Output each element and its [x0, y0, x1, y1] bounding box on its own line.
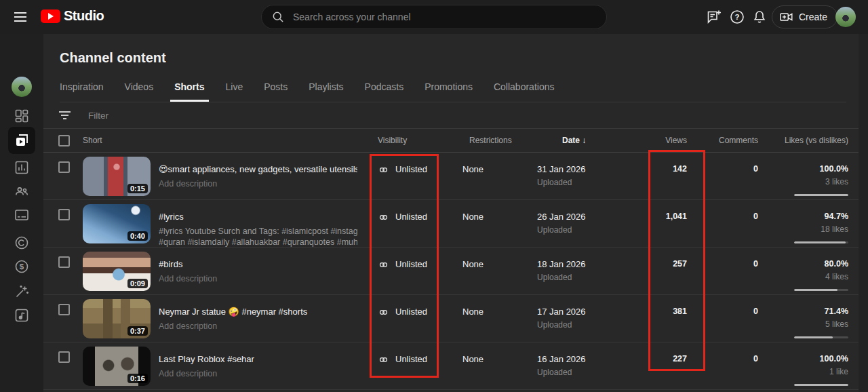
select-all-checkbox[interactable] [58, 135, 70, 146]
comments-cell: 0 [687, 295, 758, 342]
likes-ratio-bar [794, 241, 848, 243]
tab-playlists[interactable]: Playlists [309, 81, 343, 102]
header-short[interactable]: Short [83, 129, 151, 152]
likes-ratio-bar [794, 289, 848, 291]
video-description[interactable]: Add description [159, 321, 357, 332]
video-thumbnail[interactable]: 0:09 [83, 252, 151, 291]
duration-badge: 0:15 [127, 184, 148, 193]
table-row[interactable]: 0:16 Last Play Roblox #seharAdd descript… [43, 342, 859, 390]
subtitles-icon[interactable] [14, 207, 30, 223]
header-views[interactable]: Views [622, 129, 687, 152]
copyright-icon[interactable] [14, 235, 30, 251]
row-checkbox[interactable] [58, 304, 70, 315]
svg-text:$: $ [20, 262, 24, 271]
views-cell: 381 [622, 295, 687, 342]
header-comments[interactable]: Comments [687, 129, 758, 152]
video-thumbnail[interactable]: 0:16 [83, 347, 151, 386]
tab-collaborations[interactable]: Collaborations [494, 81, 555, 102]
likes-ratio-bar [794, 194, 848, 196]
audio-library-icon[interactable] [14, 307, 30, 324]
restrictions-cell: None [461, 248, 537, 294]
earn-icon[interactable]: $ [14, 258, 30, 275]
comments-cell: 0 [687, 248, 758, 294]
restrictions-cell: None [461, 153, 537, 199]
tab-podcasts[interactable]: Podcasts [365, 81, 404, 102]
row-checkbox[interactable] [58, 351, 70, 363]
views-cell: 257 [622, 248, 687, 294]
video-title[interactable]: #lyrics [159, 212, 357, 222]
likes-cell: 100.0%3 likes [758, 153, 848, 199]
table-row[interactable]: 0:15 😍smart appliances, new gadgets, ver… [43, 153, 859, 200]
visibility-cell[interactable]: Unlisted [370, 342, 461, 389]
notifications-icon[interactable] [751, 9, 768, 25]
link-icon [378, 164, 389, 176]
create-button-label: Create [799, 12, 827, 22]
filter-bar [43, 102, 859, 129]
video-description[interactable]: Add description [159, 368, 357, 379]
video-description[interactable]: Add description [159, 273, 357, 284]
date-status: Uploaded [537, 178, 622, 187]
video-description[interactable]: #lyrics Youtube Surch and Tags: #islamic… [159, 226, 357, 247]
create-button[interactable]: Create [772, 5, 837, 28]
feedback-icon[interactable] [706, 9, 722, 25]
tab-videos[interactable]: Videos [125, 81, 154, 102]
duration-badge: 0:16 [127, 374, 148, 383]
date-status: Uploaded [537, 273, 622, 282]
video-thumbnail[interactable]: 0:40 [83, 204, 151, 243]
search-input[interactable] [293, 12, 606, 22]
header-visibility[interactable]: Visibility [370, 129, 461, 152]
table-row[interactable]: 0:37 Neymar Jr statue 🤪 #neymar #shortsA… [43, 295, 859, 342]
page-title: Channel content [60, 50, 166, 66]
video-title[interactable]: Neymar Jr statue 🤪 #neymar #shorts [159, 307, 357, 317]
tab-inspiration[interactable]: Inspiration [60, 81, 104, 102]
community-icon[interactable] [14, 183, 30, 199]
video-thumbnail[interactable]: 0:15 [83, 157, 151, 196]
content-icon[interactable] [14, 132, 30, 149]
video-title[interactable]: #birds [159, 259, 357, 269]
visibility-cell[interactable]: Unlisted [370, 153, 461, 199]
row-checkbox[interactable] [58, 209, 70, 220]
video-title[interactable]: Last Play Roblox #sehar [159, 354, 357, 364]
search-icon [271, 10, 285, 24]
tab-promotions[interactable]: Promotions [425, 81, 473, 102]
video-title[interactable]: 😍smart appliances, new gadgets, versatil… [159, 164, 357, 174]
video-description[interactable]: Add description [159, 178, 357, 189]
filter-icon[interactable] [58, 111, 71, 119]
visibility-cell[interactable]: Unlisted [370, 295, 461, 342]
likes-cell: 100.0%1 like [758, 342, 848, 389]
header-likes[interactable]: Likes (vs dislikes) [758, 129, 848, 152]
duration-badge: 0:37 [127, 326, 148, 336]
channel-search[interactable] [261, 5, 607, 29]
shorts-list: 0:15 😍smart appliances, new gadgets, ver… [43, 153, 859, 390]
tab-posts[interactable]: Posts [264, 81, 288, 102]
analytics-icon[interactable] [14, 159, 30, 176]
menu-icon[interactable] [12, 9, 28, 25]
tab-shorts[interactable]: Shorts [174, 81, 204, 102]
dashboard-icon[interactable] [14, 108, 30, 124]
restrictions-cell: None [461, 200, 537, 247]
account-avatar[interactable] [835, 7, 856, 27]
link-icon [378, 259, 389, 271]
customization-icon[interactable] [14, 283, 30, 300]
help-icon[interactable]: ? [729, 9, 745, 25]
scrollbar-gutter[interactable] [859, 34, 868, 392]
filter-input[interactable] [88, 111, 292, 121]
visibility-cell[interactable]: Unlisted [370, 200, 461, 247]
table-row[interactable]: 0:09 #birdsAdd description Unlisted None… [43, 248, 859, 295]
sidebar-channel-avatar[interactable] [12, 77, 32, 97]
header-restrictions[interactable]: Restrictions [461, 129, 537, 152]
views-cell: 1,041 [622, 200, 687, 247]
tab-live[interactable]: Live [226, 81, 243, 102]
row-checkbox[interactable] [58, 256, 70, 268]
table-row[interactable]: 0:40 #lyrics#lyrics Youtube Surch and Ta… [43, 200, 859, 248]
link-icon [378, 354, 389, 366]
sort-descending-icon: ↓ [582, 136, 586, 145]
video-thumbnail[interactable]: 0:37 [83, 299, 151, 338]
visibility-cell[interactable]: Unlisted [370, 248, 461, 294]
row-checkbox[interactable] [58, 161, 70, 173]
header-date[interactable]: Date ↓ [537, 129, 622, 152]
sidebar: $ [0, 34, 43, 392]
likes-cell: 71.4%5 likes [758, 295, 848, 342]
date-cell: 17 Jan 2026Uploaded [537, 295, 622, 342]
studio-logo[interactable]: Studio [41, 8, 104, 24]
